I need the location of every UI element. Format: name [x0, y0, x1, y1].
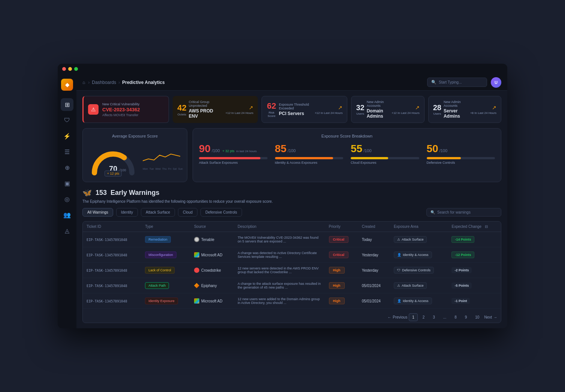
source-icon-msad: [194, 298, 199, 304]
tab-cloud[interactable]: Cloud: [178, 208, 197, 217]
user-avatar[interactable]: U: [491, 77, 501, 88]
gauge-badge: + 12 pts: [105, 171, 122, 177]
cell-created: Yesterday: [358, 247, 390, 263]
table-row[interactable]: EIP-TASK-13457891048 Identity Exposure M…: [83, 293, 501, 309]
cell-ticket: EIP-TASK-13457891048: [83, 232, 141, 247]
breakdown-cloud: 55 /100 Cloud Exposures: [351, 143, 419, 165]
main-content: ⌂ › Dashboards › Predictive Analytics 🔍 …: [76, 74, 507, 328]
tab-identity[interactable]: Identity: [116, 208, 138, 217]
tab-defensive[interactable]: Defensive Controls: [200, 208, 242, 217]
maximize-btn[interactable]: [74, 67, 78, 71]
breadcrumb-dashboards[interactable]: Dashboards: [92, 80, 116, 85]
sidebar-item-shield[interactable]: 🛡: [61, 114, 73, 127]
gauge-chart: 70 /100 + 12 pts: [89, 143, 138, 177]
col-source: Source: [190, 221, 234, 232]
aws-card-label: Critical Group Unprotected: [189, 100, 222, 108]
cell-created: Today: [358, 232, 390, 247]
warnings-icon: 🦋: [82, 188, 92, 197]
domain-trend-text: +12 In Last 24 Hours: [392, 111, 420, 115]
sidebar-item-graph[interactable]: ⚡: [61, 130, 73, 142]
exposure-icon: 👤: [397, 253, 401, 257]
warnings-search[interactable]: 🔍 Search for warnings: [426, 208, 501, 217]
title-bar: [58, 64, 507, 74]
pci-trend-icon: ↗: [338, 105, 342, 111]
bd-score-50: 50: [427, 143, 438, 155]
sidebar-item-monitor[interactable]: ▣: [61, 177, 73, 190]
global-search[interactable]: 🔍 Start Typing...: [427, 78, 487, 87]
cell-created: 05/01/2024: [358, 293, 390, 309]
metric-card-pci[interactable]: 62 Risk Score Exposure Threshold Exceede…: [262, 96, 347, 123]
page-8[interactable]: 8: [451, 313, 460, 321]
exposure-icon: 👤: [397, 299, 401, 303]
bd-time-0: in last 24 hours: [236, 150, 257, 153]
table-row[interactable]: EIP-TASK-13457891048 Attack Path Epiphan…: [83, 278, 501, 293]
col-change: Expected Change ⊟: [448, 221, 501, 232]
cell-source: Microsoft AD: [190, 293, 234, 309]
sidebar-item-dashboard[interactable]: ⊞: [61, 98, 73, 111]
table-row[interactable]: EIP-TASK-13457891048 Remediation Tenable…: [83, 232, 501, 247]
cell-description: A change was detected to Active Director…: [234, 247, 325, 263]
cell-type: Identity Exposure: [141, 293, 190, 309]
page-9[interactable]: 9: [462, 313, 471, 321]
sidebar-item-users[interactable]: 👥: [61, 208, 73, 221]
cell-description: 12 new users were added to the Domain Ad…: [234, 293, 325, 309]
domain-card-label: New Admin Accounts: [367, 100, 388, 108]
bd-bar-bg-3: [427, 157, 495, 159]
cell-exposure: 🛡 Defensive Controls: [390, 263, 448, 278]
table-row[interactable]: EIP-TASK-13457891048 Misconfiguration Mi…: [83, 247, 501, 263]
sidebar-item-fingerprint[interactable]: ⊕: [61, 161, 73, 174]
pci-card-label: Exposure Threshold Exceeded: [279, 103, 311, 110]
page-1[interactable]: 1: [409, 313, 418, 321]
bd-label-0: Attack Surface Exposures: [199, 161, 268, 165]
charts-row: Average Exposure Score: [82, 128, 501, 182]
bd-bar-fill-2: [351, 157, 388, 159]
cell-source: Tenable: [190, 232, 234, 247]
vuln-label: New Critical Vulnerability: [102, 102, 140, 106]
sidebar-item-settings[interactable]: ◬: [61, 224, 73, 237]
warnings-header: 🦋 153 Early Warnings: [82, 188, 501, 197]
cell-type: Remediation: [141, 232, 190, 247]
cell-priority: Critical: [325, 247, 358, 263]
home-icon[interactable]: ⌂: [82, 80, 85, 85]
prev-page[interactable]: ← Previous: [387, 315, 407, 319]
server-card-label: New Admin Accounts: [444, 100, 466, 108]
col-exposure: Exposure Area: [390, 221, 448, 232]
metric-card-domain[interactable]: 32 Users New Admin Accounts Domain Admin…: [351, 96, 424, 123]
aws-trend-icon: ↗: [249, 105, 253, 111]
page-2[interactable]: 2: [419, 313, 428, 321]
page-3[interactable]: 3: [429, 313, 438, 321]
cell-source: Crowdstrike: [190, 263, 234, 278]
cell-change: -12 Points: [448, 247, 501, 263]
bd-score-90: 90: [199, 143, 211, 155]
tab-attack-surface[interactable]: Attack Surface: [141, 208, 175, 217]
warnings-table: Ticket ID Type Source Description Priori…: [83, 221, 501, 309]
bd-score-55: 55: [351, 143, 362, 155]
filter-icon[interactable]: ⊟: [485, 224, 488, 229]
vuln-sub: Affects MOVEit Transfer: [102, 113, 140, 117]
pci-value: 62: [266, 101, 277, 111]
col-priority: Priority: [325, 221, 358, 232]
metric-card-vulnerability[interactable]: ⚠ New Critical Vulnerability CVE-2023-34…: [82, 96, 169, 123]
sidebar-item-list[interactable]: ☰: [61, 145, 73, 158]
sidebar-item-feed[interactable]: ◎: [61, 193, 73, 205]
metric-card-server[interactable]: 28 Users New Admin Accounts Server Admin…: [428, 96, 501, 123]
page-10[interactable]: 10: [472, 313, 483, 321]
table-row[interactable]: EIP-TASK-13457891048 Lack of Control Cro…: [83, 263, 501, 278]
bd-bar-fill-1: [275, 157, 333, 159]
domain-label: Users: [356, 112, 364, 115]
cell-change: -2 Points: [448, 263, 501, 278]
col-created: Created: [358, 221, 390, 232]
tab-all-warnings[interactable]: All Warnings: [82, 208, 113, 217]
metric-card-aws[interactable]: 42 Octets Critical Group Unprotected AWS…: [173, 96, 258, 123]
search-placeholder: Start Typing...: [439, 80, 462, 84]
app-logo[interactable]: ◆: [61, 79, 73, 91]
cell-ticket: EIP-TASK-13457891048: [83, 293, 141, 309]
cell-exposure: ⚠ Attack Surface: [390, 232, 448, 247]
close-btn[interactable]: [62, 67, 66, 71]
prev-label: Previous: [393, 315, 407, 319]
minimize-btn[interactable]: [68, 67, 72, 71]
cell-source: Epiphany: [190, 278, 234, 293]
source-icon-tenable: [194, 237, 199, 242]
aws-name: AWS PROD ENV: [189, 108, 222, 119]
next-page[interactable]: Next →: [484, 315, 497, 319]
